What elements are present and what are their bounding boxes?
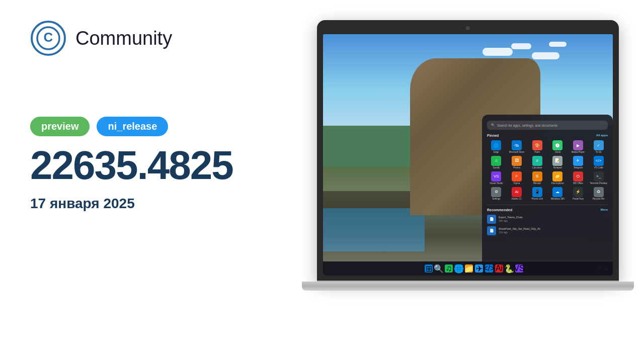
taskbar-vscode-icon: </> [485, 264, 493, 273]
app-spotify: ♫ Spotify [487, 156, 506, 169]
app-vscode: </> VS Code [589, 156, 608, 169]
app-office: O MS Office [569, 171, 588, 185]
app-figma: F Figma [508, 171, 526, 185]
left-panel: C Community preview ni_release 22635.482… [0, 0, 312, 362]
app-edge: 🌐 Edge [487, 140, 506, 154]
taskbar-explorer-icon: 📁 [465, 264, 473, 273]
app-settings: ⚙ Settings [487, 187, 506, 201]
app-blender: B Blender [528, 171, 546, 185]
taskbar-spotify-icon: ♫ [445, 264, 453, 273]
search-placeholder: Search for apps, settings, and documents [497, 124, 557, 127]
recommended-item-1: 📄 Export_Teams_Chats 14h ago [487, 215, 608, 224]
rec-icon-2: 📄 [487, 226, 496, 235]
webcam-dot [466, 26, 470, 30]
badge-preview: preview [30, 117, 90, 136]
pinned-apps-grid: 🌐 Edge 🛍 Microsoft Store 🎨 Paint 🕐 [487, 140, 608, 201]
start-search-bar: 🔍 Search for apps, settings, and documen… [487, 121, 608, 130]
logo-area: C Community [30, 20, 282, 56]
app-clock: 🕐 Clock [548, 140, 567, 154]
recommended-item-2: 📄 SharePoint_Site_Set_Read_Only_All 11h … [487, 226, 608, 235]
badges-container: preview ni_release [30, 117, 282, 136]
taskbar-telegram-icon: ✈ [475, 264, 483, 273]
app-explorer: 📁 File Explorer [548, 171, 567, 185]
app-todo: ✓ To Do [589, 140, 608, 154]
rec-text-2: SharePoint_Site_Set_Read_Only_All 11h ag… [499, 227, 540, 234]
app-windows365: ☁ Windows 365 [548, 187, 567, 201]
app-notepad: 📝 Notepad [548, 156, 567, 169]
community-logo-icon: C [30, 20, 66, 56]
logo-text: Community [75, 28, 172, 49]
pinned-section-title: Pinned All apps [487, 134, 608, 137]
app-paint: 🎨 Paint [528, 140, 546, 154]
app-photos: 🖼 Photos [508, 156, 526, 169]
app-recycle: ♻ Recycle Bin [589, 187, 608, 201]
app-calculator: # Calculator [528, 156, 546, 169]
laptop-base [302, 282, 634, 291]
svg-text:C: C [44, 30, 53, 45]
app-phonelink: 📱 Phone Link [528, 187, 546, 201]
laptop-screen-frame: 🔍 Search for apps, settings, and documen… [317, 20, 619, 282]
app-store: 🛍 Microsoft Store [508, 140, 526, 154]
build-date: 17 января 2025 [30, 196, 282, 212]
app-terminal: >_ Terminal Preview [589, 171, 608, 185]
rec-icon-1: 📄 [487, 215, 496, 224]
start-menu: 🔍 Search for apps, settings, and documen… [482, 115, 613, 276]
laptop-mockup: 🔍 Search for apps, settings, and documen… [317, 20, 644, 347]
search-icon: 🔍 [491, 123, 495, 127]
app-visualstudio: VS Visual Studio [487, 171, 506, 185]
app-mediaplayer: ▶ Media Player [569, 140, 588, 154]
taskbar-search-icon: 🔍 [435, 264, 443, 273]
taskbar-vs-icon: VS [515, 264, 523, 273]
right-panel: 🔍 Search for apps, settings, and documen… [302, 0, 644, 362]
recommended-title: Recommended More [487, 208, 608, 212]
app-telegram: ✈ Telegram [569, 156, 588, 169]
recommended-section: Recommended More 📄 Export_Teams_Chats 14… [487, 205, 608, 235]
app-adobecc: Ai Adobe CC [508, 187, 526, 201]
rec-text-1: Export_Teams_Chats 14h ago [499, 216, 523, 222]
taskbar-windows-icon: ⊞ [425, 264, 433, 273]
taskbar-python-icon: 🐍 [505, 264, 513, 273]
app-powertoys: ⚡ PowerToys [569, 187, 588, 201]
water [323, 208, 425, 251]
laptop-screen: 🔍 Search for apps, settings, and documen… [323, 34, 613, 276]
taskbar-adobe-icon: Ai [495, 264, 503, 273]
taskbar: ⊞ 🔍 ♫ 🌐 📁 ✈ </> Ai 🐍 VS [323, 261, 613, 276]
build-number: 22635.4825 [30, 145, 282, 186]
taskbar-edge-icon: 🌐 [455, 264, 463, 273]
badge-nirelease: ni_release [97, 117, 168, 136]
